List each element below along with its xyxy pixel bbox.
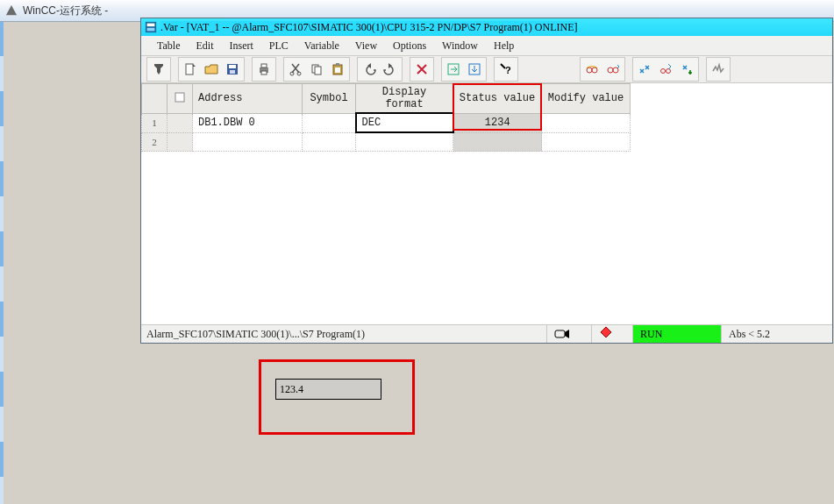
header-display-format[interactable]: Display format [356,84,453,114]
toolbar: ? [141,56,832,83]
row-marker [168,132,193,152]
menu-view[interactable]: View [348,38,384,54]
menu-insert[interactable]: Insert [222,38,260,54]
svg-rect-3 [147,28,155,32]
paste-icon[interactable] [327,59,348,80]
header-address[interactable]: Address [193,84,303,114]
var-window: .Var - [VAT_1 -- @Alarm_SFC107\SIMATIC 3… [140,18,833,344]
svg-point-24 [587,67,592,73]
svg-marker-0 [6,5,17,15]
cell-modify-value[interactable] [542,113,631,132]
menu-variable[interactable]: Variable [297,38,346,54]
svg-rect-18 [335,67,340,73]
menu-edit[interactable]: Edit [189,38,220,54]
statusbar: Alarm_SFC107\SIMATIC 300(1)\...\S7 Progr… [141,324,832,343]
table-row[interactable]: 1 DB1.DBW 0 DEC 1234 [142,113,631,132]
monitor-icon[interactable] [581,59,602,80]
svg-rect-10 [261,64,267,67]
menu-plc[interactable]: PLC [262,38,296,54]
help-icon[interactable]: ? [495,59,517,80]
io-field-value: 123.4 [280,383,303,396]
modify-icon[interactable] [634,59,655,80]
variable-table[interactable]: Address Symbol Display format Status val… [141,83,631,152]
row-marker [168,113,193,132]
activate-modify-icon[interactable] [676,59,697,80]
wincc-app-icon [5,4,18,17]
svg-text:?: ? [505,65,511,75]
svg-point-28 [661,69,666,74]
menu-options[interactable]: Options [386,38,433,54]
menu-help[interactable]: Help [487,38,521,54]
svg-point-26 [608,67,613,73]
statusbar-force-icon [591,325,632,343]
svg-rect-30 [175,93,184,102]
corner-cell [142,84,168,114]
marker-column [168,84,193,114]
cell-address[interactable] [193,132,303,152]
cell-symbol[interactable] [303,132,356,152]
svg-rect-11 [261,71,267,75]
svg-marker-32 [565,330,569,338]
cell-status-value[interactable]: 1234 [453,113,542,132]
svg-rect-2 [147,24,155,27]
svg-rect-31 [555,330,565,337]
redo-icon[interactable] [380,59,401,80]
cell-symbol[interactable] [303,113,356,132]
cell-modify-value[interactable] [542,132,631,152]
statusbar-path: Alarm_SFC107\SIMATIC 300(1)\...\S7 Progr… [141,328,365,341]
save-icon[interactable] [222,59,243,80]
statusbar-run: RUN [632,325,721,343]
row-number: 1 [142,113,168,132]
trigger-icon[interactable] [708,59,729,80]
monitor-once-icon[interactable] [602,59,624,80]
svg-marker-33 [601,327,611,337]
cut-icon[interactable] [285,59,306,80]
header-modify-value[interactable]: Modify value [542,84,631,114]
header-status-value[interactable]: Status value [453,84,542,114]
svg-rect-17 [336,63,339,66]
svg-point-25 [592,67,597,73]
left-edge-decoration [0,21,4,504]
svg-marker-5 [193,64,196,67]
undo-icon[interactable] [359,59,380,80]
var-titlebar[interactable]: .Var - [VAT_1 -- @Alarm_SFC107\SIMATIC 3… [141,18,832,36]
open-icon[interactable] [201,59,222,80]
new-icon[interactable] [180,59,201,80]
menubar: Table Edit Insert PLC Variable View Opti… [141,36,832,56]
cell-status-value[interactable] [453,132,542,152]
svg-rect-8 [230,70,235,74]
statusbar-abs: Abs < 5.2 [721,325,832,343]
svg-rect-15 [315,67,321,75]
variable-table-area: Address Symbol Display format Status val… [141,83,832,152]
download-icon[interactable] [464,59,485,80]
wincc-title-text: WinCC-运行系统 - [23,4,108,18]
header-symbol[interactable]: Symbol [303,84,356,114]
table-row[interactable]: 2 [142,132,631,152]
print-icon[interactable] [253,59,274,80]
goto-icon[interactable] [443,59,464,80]
modify-monitor-icon[interactable] [655,59,676,80]
svg-rect-4 [186,64,193,75]
cell-display-format[interactable]: DEC [356,113,453,132]
row-number: 2 [142,132,168,152]
cell-display-format[interactable] [356,132,453,152]
menu-window[interactable]: Window [435,38,485,54]
svg-point-29 [666,69,671,74]
statusbar-connection-icon [546,325,591,343]
copy-icon[interactable] [306,59,327,80]
io-field[interactable]: 123.4 [275,379,381,400]
cell-address[interactable]: DB1.DBW 0 [193,113,303,132]
var-app-icon [145,21,157,33]
delete-icon[interactable] [411,59,432,80]
menu-table[interactable]: Table [150,38,187,54]
svg-rect-7 [229,65,236,68]
var-title-text: .Var - [VAT_1 -- @Alarm_SFC107\SIMATIC 3… [160,21,577,34]
pin-icon[interactable] [148,59,169,80]
